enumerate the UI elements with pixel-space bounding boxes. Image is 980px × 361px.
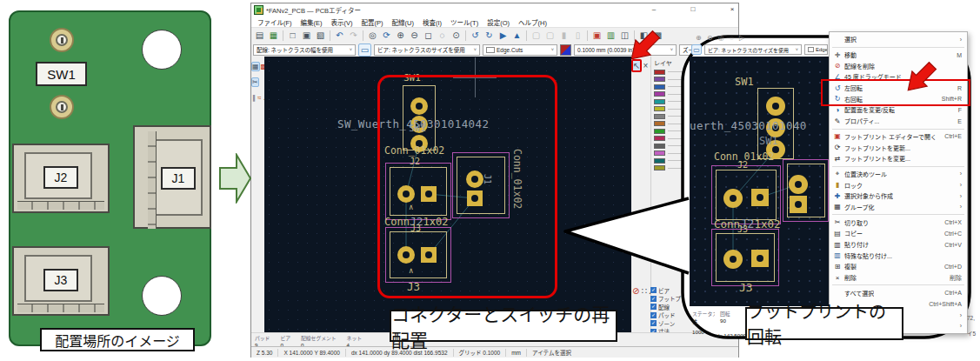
mini-via-size-select[interactable]: ビア: ネットクラスのサイズを使用˅ [704, 44, 802, 55]
redo-icon[interactable]: ↷ [347, 29, 360, 42]
chevron-down-icon: ˅ [471, 47, 477, 52]
menu-配線[interactable]: 配線(U) [388, 17, 418, 27]
menu-lock[interactable]: ▮ロック› [830, 179, 967, 191]
menu-lock-icon: ▮ [832, 181, 843, 189]
mini-j3-pad-square [751, 250, 769, 267]
rotate-cw-icon[interactable]: ↻ [483, 29, 496, 42]
menu-remove-routing[interactable]: ⊘配線を削除 [830, 60, 967, 71]
zoom-in-icon[interactable]: ⊕ [394, 29, 407, 42]
mini-layer-select[interactable]: Edge [804, 44, 828, 55]
submenu-arrow-icon: › [955, 204, 962, 210]
menu-paste-special[interactable]: ▥特殊な貼り付け... [830, 250, 967, 261]
minimize-button[interactable]: – [644, 3, 663, 16]
connector-pins [17, 304, 104, 312]
group-icon[interactable]: ▢ [530, 29, 543, 42]
find-icon[interactable]: ◎ [366, 29, 379, 42]
highlight-rect [377, 75, 557, 298]
menu-paste[interactable]: ▥貼り付けCtrl+V [830, 239, 967, 251]
menu-shortcut: F [953, 107, 962, 113]
mini-status-col1: ステータス 性 [692, 310, 715, 325]
menu-change-footprint[interactable]: ⇄フットプリントを変更... [830, 153, 967, 164]
menu-ツール[interactable]: ツール(T) [446, 17, 483, 27]
menu-open-footprint-editor-icon: ▣ [832, 132, 843, 140]
menu-shortcut: Ctrl+E [939, 133, 962, 139]
undo-icon[interactable]: ↶ [333, 29, 346, 42]
plot-icon[interactable]: ▧ [314, 29, 327, 42]
mini-j1-pad-round [789, 175, 808, 194]
menu-create-from-selection[interactable]: ✚選択対象から作成› [830, 191, 967, 202]
menu-copy[interactable]: ▤コピーCtrl+C [830, 228, 967, 239]
menu-group[interactable]: ▦グループ化› [830, 202, 967, 213]
mini-j3-pad-round [723, 250, 743, 269]
layer-select[interactable]: Edge.Cuts˅ [483, 44, 557, 56]
via-size-select[interactable]: ビア: ネットクラスのサイズを使用˅ [374, 44, 480, 56]
zoom-fit-page-icon[interactable]: ◻ [422, 29, 435, 42]
menu-配置[interactable]: 配置(P) [357, 17, 388, 27]
menu-separator [832, 166, 964, 167]
menu-shortcut: Ctrl+C [939, 231, 962, 237]
zoom-selection-icon[interactable]: ⊙ [450, 29, 463, 42]
mini-status-col2: 回転 90 [720, 310, 730, 324]
menu-item-label: 切り取り [844, 218, 869, 227]
menu-properties[interactable]: ✎プロパティ...E [830, 116, 967, 127]
mini-sw1-ref: SW1 [735, 76, 754, 88]
submenu-arrow-icon: › [955, 170, 962, 177]
new-board-icon[interactable]: □ [286, 29, 299, 42]
ungroup-icon[interactable]: ▢ [543, 29, 557, 42]
refresh-icon[interactable]: ⟳ [380, 29, 393, 42]
menu-ヘルプ[interactable]: ヘルプ(H) [514, 17, 551, 27]
mirror-icon[interactable]: ▲ [510, 29, 523, 42]
track-width-edit-icon[interactable]: ▭ [358, 43, 371, 57]
grid-toggle-icon[interactable]: ▦ [251, 62, 260, 71]
titlebar[interactable]: *FANv2_PCB — PCBエディター – □ × [251, 3, 738, 17]
zoom-out-icon[interactable]: ⊖ [408, 29, 421, 42]
menu-open-footprint-editor[interactable]: ▣フットプリント エディターで開くCtrl+E [830, 131, 967, 143]
menu-item-label: 削除 [844, 273, 857, 282]
trim-tracks-icon[interactable]: ✂ [251, 77, 259, 87]
menu-separator [832, 129, 964, 130]
flip-icon[interactable]: ▶ [497, 29, 510, 42]
menu-ファイル[interactable]: ファイル(F) [253, 17, 297, 27]
red-arrow-rotate-icon [906, 52, 946, 92]
menu-positioning-tools[interactable]: ⌖位置決めツール› [830, 169, 967, 180]
menu-item-label: フットプリントを更新... [844, 144, 910, 152]
menu-cut[interactable]: ✂切り取りCtrl+X [830, 217, 967, 228]
menu-item-label: フットプリント エディターで開く [844, 132, 937, 141]
edge-fragment: 72, [967, 315, 975, 321]
save-icon[interactable]: ▤ [253, 29, 266, 42]
rotate-ccw-icon[interactable]: ↺ [469, 29, 482, 42]
submenu-arrow-icon: › [955, 323, 962, 329]
submenu-arrow-icon: › [955, 312, 962, 318]
menu-delete[interactable]: ×削除削除 [830, 272, 967, 284]
menu-cut-icon: ✂ [832, 218, 843, 226]
close-button[interactable]: × [723, 3, 742, 16]
submenu-arrow-icon: › [955, 193, 962, 199]
connector-j1: J1 [133, 125, 211, 229]
window-title: *FANv2_PCB — PCBエディター [266, 5, 361, 15]
edge-fragment: イ5 [967, 329, 976, 338]
menu-表示[interactable]: 表示(V) [327, 17, 357, 27]
mini-j3-big-label: J3 [739, 281, 753, 294]
menu-検査[interactable]: 検査(I) [418, 17, 446, 27]
menu-select[interactable]: 選択› [830, 34, 967, 45]
menu-item-label: 複製 [844, 262, 857, 271]
menu-update-footprint[interactable]: ⟳フットプリントを更新... [830, 142, 967, 153]
mini-track-width-edit-icon[interactable]: ▭ [691, 44, 702, 55]
menu-move[interactable]: ✛移動M [830, 50, 967, 61]
chevron-down-icon: ˅ [549, 47, 554, 52]
menu-item-label: すべて選択 [844, 289, 874, 297]
menu-remove-routing-icon: ⊘ [832, 62, 843, 70]
menu-shortcut: Ctrl+X [939, 219, 962, 225]
maximize-button[interactable]: □ [683, 3, 703, 16]
track-width-select[interactable]: 配線: ネットクラスの幅を使用˅ [253, 44, 356, 56]
menu-flip[interactable]: ◑配置面を変更/反転F [830, 104, 967, 116]
menu-select-all[interactable]: すべて選択Ctrl+A [830, 287, 967, 298]
board-setup-icon[interactable]: ▦ [267, 29, 280, 42]
zoom-fit-objects-icon[interactable]: ◌ [436, 29, 449, 42]
menu-設定[interactable]: 設定(O) [483, 17, 514, 27]
menu-編集[interactable]: 編集(E) [297, 17, 327, 27]
print-icon[interactable]: ▣ [300, 29, 313, 42]
menu-create-from-selection-icon: ✚ [832, 192, 843, 200]
menu-duplicate[interactable]: ⊞複製Ctrl+D [830, 261, 967, 272]
mini-j2-pad-round [723, 189, 743, 208]
